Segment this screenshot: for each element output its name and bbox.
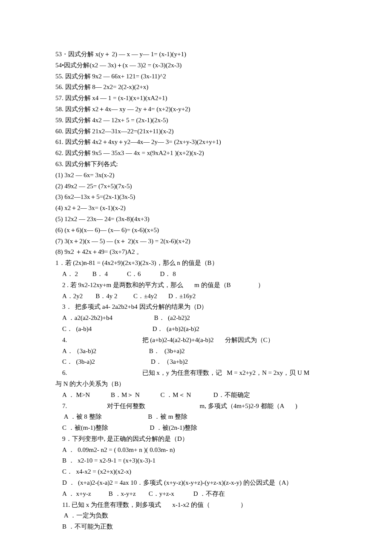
text-line: A．（3a-b)2 B． (3b+a)2 [55, 346, 339, 357]
text-line: 59. 因式分解 4x2 — 12x+ 5 = (2x-1)(2x-5) [55, 115, 339, 126]
text-line: C． (a-b)4 D． (a+b)2(a-b)2 [55, 324, 339, 335]
text-line: 9．下列变形中, 是正确的因式分解的是（D） [55, 434, 339, 445]
text-line: 53・因式分解 x(y＋ 2) — x — y— 1= (x-1)(y+1) [55, 49, 339, 60]
text-line: 57. 因式分解 x4 — 1 = (x-1)(x+1)(xA2+1) [55, 93, 339, 104]
text-line: 2 . 若 9x2-12xy+m 是两数和的平方式，那么 m 的值是（B ） [55, 280, 339, 291]
text-line: (2) 49x2 — 25= (7x+5)(7x-5) [55, 181, 339, 192]
text-line: 55. 因式分解 9x2 — 66x+ 121= (3x-11)^2 [55, 71, 339, 82]
document-page: 53・因式分解 x(y＋ 2) — x — y— 1= (x-1)(y+1)54… [0, 0, 392, 555]
text-line: 58. 因式分解 x2＋4x— xy — 2y＋4= (x+2)(x-y+2) [55, 104, 339, 115]
text-line: C． (3b-a)2 D． （3a+b)2 [55, 357, 339, 368]
text-line: B ． x2-10 = x2-9-1 = (x+3)(x-3)-1 [55, 455, 339, 466]
text-line: (5) 12x2 — 23x— 24= (3x-8)(4x+3) [55, 214, 339, 225]
text-line: 56. 因式分解 8— 2x2= 2(2-x)(2+x) [55, 82, 339, 93]
text-line: A ． 0.09m2- n2 = ( 0.03m+ n )( 0.03m- n) [55, 445, 339, 456]
text-line: A ．被 8 整除 B ．被 m 整除 [55, 411, 339, 423]
text-line: B ．不可能为正数 [55, 521, 339, 532]
text-line: (1) 3x2 — 6x= 3x(x-2) [55, 170, 339, 181]
text-line: 63. 因式分解下列各式: [55, 159, 339, 170]
text-line: (8) 9x2 ＋42x＋49= (3x+7)A2 。 [55, 247, 339, 258]
text-line: 与 N 的大小关系为（B） [55, 379, 339, 390]
text-line: A ． M>N B．M＞ N C ．M＜ N D．不能确定 [55, 390, 339, 401]
text-line: 54•因式分解(x2 — 3x)＋(x — 3)2 = (x-3)(2x-3) [55, 60, 339, 71]
text-line: 60. 因式分解 21x2—31x—22=(21x+11)(x-2) [55, 126, 339, 137]
text-line: 4. 把 (a+b)2-4(a2-b2)+4(a-b)2 分解因式为（C） [55, 335, 339, 346]
text-line: A ．一定为负数 [55, 510, 339, 521]
text-line: 6. 已知 x，y 为任意有理数，记 M = x2+y2，N = 2xy，贝 U… [55, 368, 339, 379]
text-line: A． 2 B． 4 C．6 D． 8 [55, 269, 339, 280]
text-line: (3) 6x2—13x＋5=(2x-1)(3x-5) [55, 192, 339, 203]
text-line: (7) 3(x＋2)(x — 5) — (x＋ 2)(x — 3) = 2(x-… [55, 236, 339, 247]
text-line: A ．a2(a2-2b2)+b4 B． (a2-b2)2 [55, 313, 339, 324]
text-line: 3． 把多项式 a4- 2a2b2+b4 因式分解的结果为（D） [55, 302, 339, 313]
text-line: C． x4-x2 = (x2+x)(x2-x) [55, 466, 339, 477]
text-line: 1．若 (2x)n-81 = (4x2+9)(2x+3)(2x-3)，那么 n … [55, 258, 339, 269]
text-line: D ． (x+a)2-(x-a)2 = 4ax 10．多项式 (x+y-z)(x… [55, 477, 339, 489]
text-line: C ．被(m-1)整除 D ．被(2n-1)整除 [55, 423, 339, 434]
text-line: 11. 已知 x 为任意有理数，则多项式 x-1-x2 的值（ ） [55, 500, 339, 511]
text-line: (4) x2＋2— 3x= (x-1)(x-2) [55, 203, 339, 214]
text-line: (6) (x＋6)(x— 6)— (x— 6)= (x-6)(x+5) [55, 225, 339, 236]
text-line: A ． x+y-z B ．x-y+z C．y+z-x D ．不存在 [55, 489, 339, 500]
text-line: 62. 因式分解 9x5 — 35x3 — 4x = x(9xA2+1 )(x+… [55, 148, 339, 159]
text-line: 61. 因式分解 4x2＋4xy＋y2—4x— 2y— 3= (2x+y-3)(… [55, 137, 339, 148]
text-line: 7. 对于任何整数 m, 多项式（4m+5)2-9 都能（A ) [55, 401, 339, 412]
text-line: A．2y2 B．4y 2 C．±4y2 D．±16y2 [55, 291, 339, 302]
